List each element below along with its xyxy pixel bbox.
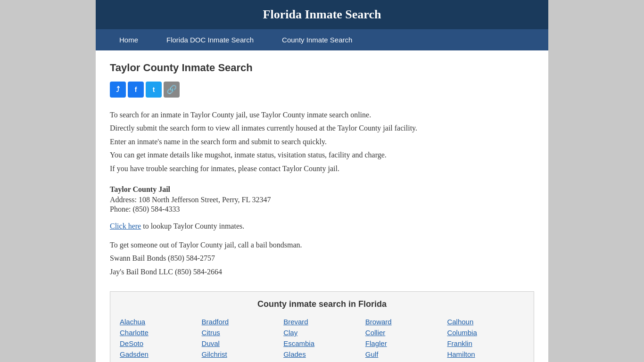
county-link[interactable]: Escambia [283,339,361,347]
bail-intro: To get someone out of Taylor County jail… [110,239,534,251]
lookup-section: Click here to lookup Taylor County inmat… [110,222,534,230]
county-link[interactable]: Charlotte [120,329,197,337]
jail-name: Taylor County Jail [110,185,534,194]
county-link[interactable]: Columbia [447,329,524,337]
nav-county-search[interactable]: County Inmate Search [268,29,366,50]
desc-line-5: If you have trouble searching for inmate… [110,163,534,175]
county-link[interactable]: Glades [283,350,361,358]
nav-home[interactable]: Home [105,29,152,50]
site-title: Florida Inmate Search [105,8,539,22]
site-header: Florida Inmate Search [96,0,548,29]
jail-phone: Phone: (850) 584-4333 [110,205,534,214]
county-link[interactable]: Citrus [202,329,279,337]
county-link[interactable]: Franklin [447,339,524,347]
copy-link-button[interactable]: 🔗 [164,82,180,98]
facebook-button[interactable]: f [128,82,144,98]
county-link[interactable]: Brevard [283,318,361,326]
county-link[interactable]: Alachua [120,318,197,326]
county-link[interactable]: Collier [365,329,443,337]
nav-doc-search[interactable]: Florida DOC Inmate Search [152,29,268,50]
description-text: To search for an inmate in Taylor County… [110,109,534,175]
county-link[interactable]: Hamilton [447,350,524,358]
county-link[interactable]: Calhoun [447,318,524,326]
share-button[interactable]: ⤴ [110,82,126,98]
lookup-suffix: to lookup Taylor County inmates. [141,222,244,230]
bail-info: To get someone out of Taylor County jail… [110,239,534,278]
county-link[interactable]: Gulf [365,350,443,358]
desc-line-4: You can get inmate details like mugshot,… [110,149,534,161]
desc-line-3: Enter an inmate's name in the search for… [110,136,534,148]
desc-line-2: Directly submit the search form to view … [110,122,534,134]
desc-line-1: To search for an inmate in Taylor County… [110,109,534,121]
county-link[interactable]: Bradford [202,318,279,326]
jail-address: Address: 108 North Jefferson Street, Per… [110,196,534,204]
twitter-button[interactable]: t [146,82,162,98]
county-search-section: County inmate search in Florida AlachuaB… [110,291,534,362]
bondsman-1: Swann Bail Bonds (850) 584-2757 [110,252,534,264]
county-link[interactable]: Duval [202,339,279,347]
jail-info: Taylor County Jail Address: 108 North Je… [110,185,534,214]
county-link[interactable]: Clay [283,329,361,337]
main-content: Taylor County Inmate Search ⤴ f t 🔗 To s… [96,50,548,362]
main-nav: Home Florida DOC Inmate Search County In… [96,29,548,50]
page-heading: Taylor County Inmate Search [110,62,534,74]
social-buttons: ⤴ f t 🔗 [110,82,534,98]
county-link[interactable]: Flagler [365,339,443,347]
county-search-title: County inmate search in Florida [120,299,524,309]
county-link[interactable]: Gadsden [120,350,197,358]
county-grid: AlachuaBradfordBrevardBrowardCalhounChar… [120,318,524,358]
lookup-link[interactable]: Click here [110,222,141,230]
bondsman-2: Jay's Bail Bond LLC (850) 584-2664 [110,266,534,278]
county-link[interactable]: Broward [365,318,443,326]
county-link[interactable]: DeSoto [120,339,197,347]
county-link[interactable]: Gilchrist [202,350,279,358]
